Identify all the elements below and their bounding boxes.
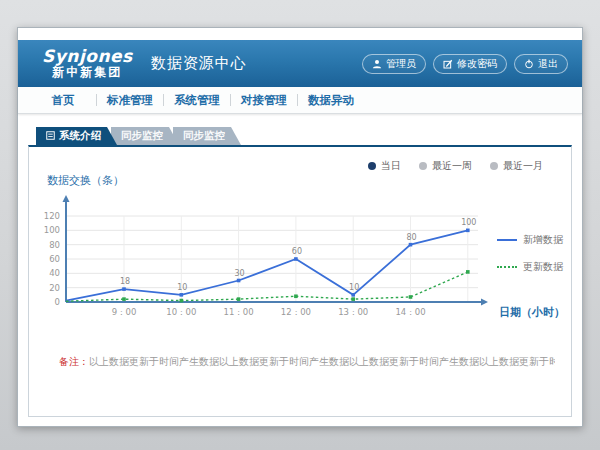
user-button[interactable]: 管理员 xyxy=(362,54,426,74)
svg-text:100: 100 xyxy=(461,218,476,227)
svg-text:60: 60 xyxy=(292,247,302,256)
legend-label: 更新数据 xyxy=(523,260,563,274)
nav-item-data-change[interactable]: 数据异动 xyxy=(298,93,364,108)
svg-text:11：00: 11：00 xyxy=(224,307,254,317)
header-actions: 管理员 修改密码 退出 xyxy=(362,54,568,74)
change-password-button[interactable]: 修改密码 xyxy=(433,54,507,74)
radio-last-month[interactable]: 最近一月 xyxy=(490,159,543,173)
svg-text:0: 0 xyxy=(55,297,60,307)
svg-text:80: 80 xyxy=(49,240,60,250)
radio-last-week[interactable]: 最近一周 xyxy=(419,159,472,173)
radio-unselected-icon xyxy=(419,162,427,170)
change-password-label: 修改密码 xyxy=(457,57,497,71)
svg-text:120: 120 xyxy=(44,211,60,221)
radio-unselected-icon xyxy=(490,162,498,170)
logout-label: 退出 xyxy=(538,57,558,71)
brand-logo-chinese: 新中新集团 xyxy=(42,66,133,79)
legend-item-new-data: 新增数据 xyxy=(497,233,563,247)
tab-system-intro[interactable]: 系统介绍 xyxy=(36,127,117,145)
svg-text:100: 100 xyxy=(44,225,60,235)
dotted-line-swatch-icon xyxy=(497,266,517,268)
nav-item-system-mgmt[interactable]: 系统管理 xyxy=(164,93,230,108)
main-nav: 首页 标准管理 系统管理 对接管理 数据异动 xyxy=(18,87,582,114)
svg-text:80: 80 xyxy=(406,233,416,242)
brand-logo-latin: Synjones xyxy=(42,48,133,66)
svg-text:40: 40 xyxy=(49,268,60,278)
y-axis-title: 数据交换（条） xyxy=(47,173,124,188)
svg-text:10：00: 10：00 xyxy=(166,307,196,317)
svg-text:30: 30 xyxy=(235,269,245,278)
tab-label: 同步监控 xyxy=(183,129,225,143)
tab-strip: 系统介绍 同步监控 同步监控 xyxy=(36,127,235,145)
footnote: 备注：以上数据更新于时间产生数据以上数据更新于时间产生数据以上数据更新于时间产生… xyxy=(59,355,555,369)
power-icon xyxy=(524,59,534,69)
page-card: Synjones 新中新集团 数据资源中心 管理员 修改密码 退出 xyxy=(17,27,583,427)
tab-label: 系统介绍 xyxy=(59,129,101,143)
radio-today[interactable]: 当日 xyxy=(368,159,401,173)
footnote-prefix: 备注： xyxy=(59,356,89,367)
radio-label: 当日 xyxy=(381,159,401,173)
tab-sync-monitor-1[interactable]: 同步监控 xyxy=(111,127,179,145)
header-bar: Synjones 新中新集团 数据资源中心 管理员 修改密码 退出 xyxy=(18,40,582,87)
nav-item-home[interactable]: 首页 xyxy=(30,93,96,108)
time-range-filter: 当日 最近一周 最近一月 xyxy=(368,159,543,173)
svg-text:12：00: 12：00 xyxy=(281,307,311,317)
svg-text:60: 60 xyxy=(49,254,60,264)
svg-text:10: 10 xyxy=(177,283,187,292)
user-icon xyxy=(372,59,382,69)
document-icon xyxy=(46,130,55,142)
svg-text:14：00: 14：00 xyxy=(395,307,425,317)
tab-sync-monitor-2[interactable]: 同步监控 xyxy=(173,127,241,145)
content-panel: 当日 最近一周 最近一月 数据交换（条） 0204060801001209：00… xyxy=(28,145,572,417)
logout-button[interactable]: 退出 xyxy=(514,54,568,74)
page-title: 数据资源中心 xyxy=(151,54,247,73)
radio-selected-icon xyxy=(368,162,376,170)
edit-icon xyxy=(443,59,453,69)
radio-label: 最近一月 xyxy=(503,159,543,173)
footnote-text: 以上数据更新于时间产生数据以上数据更新于时间产生数据以上数据更新于时间产生数据以… xyxy=(89,356,555,367)
legend-item-updated-data: 更新数据 xyxy=(497,260,563,274)
tab-label: 同步监控 xyxy=(121,129,163,143)
x-axis-title: 日期（小时） xyxy=(499,305,565,320)
svg-text:9：00: 9：00 xyxy=(112,307,137,317)
solid-line-swatch-icon xyxy=(497,239,517,241)
legend-label: 新增数据 xyxy=(523,233,563,247)
nav-item-standard-mgmt[interactable]: 标准管理 xyxy=(97,93,163,108)
svg-text:20: 20 xyxy=(49,283,60,293)
chart-legend: 新增数据 更新数据 xyxy=(497,233,563,274)
svg-text:18: 18 xyxy=(120,277,130,286)
line-chart: 0204060801001209：0010：0011：0012：0013：001… xyxy=(41,192,491,322)
radio-label: 最近一周 xyxy=(432,159,472,173)
svg-text:13：00: 13：00 xyxy=(338,307,368,317)
svg-text:10: 10 xyxy=(349,283,359,292)
user-label: 管理员 xyxy=(386,57,416,71)
nav-item-docking-mgmt[interactable]: 对接管理 xyxy=(231,93,297,108)
brand-logo: Synjones 新中新集团 xyxy=(42,48,133,78)
